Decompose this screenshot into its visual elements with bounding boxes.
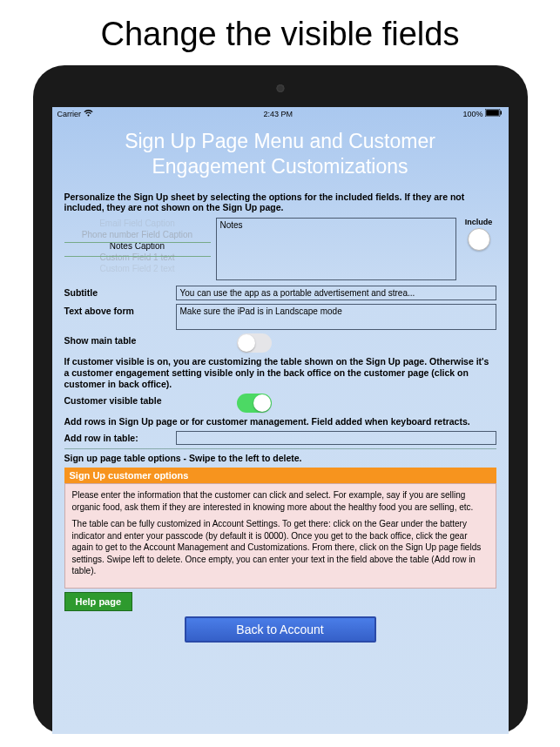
screen: Carrier 2:43 PM 100% Sign Up Page Menu a… — [52, 107, 509, 734]
svg-rect-2 — [501, 111, 503, 115]
help-page-button[interactable]: Help page — [64, 592, 133, 611]
notes-input[interactable]: Notes — [216, 218, 456, 280]
caption-picker[interactable]: Email Field Caption Phone number Field C… — [64, 218, 211, 280]
options-header: Sign Up customer options — [64, 468, 496, 483]
options-box: Please enter the information that the cu… — [64, 483, 496, 589]
options-p2: The table can be fully customized in Acc… — [72, 518, 489, 577]
customer-visible-desc: If customer visible is on, you are custo… — [64, 356, 496, 390]
carrier-label: Carrier — [57, 110, 82, 118]
add-row-label: Add row in table: — [64, 431, 169, 443]
battery-icon — [485, 109, 503, 118]
show-main-toggle[interactable] — [237, 333, 272, 353]
text-above-input[interactable]: Make sure the iPad is in Landscape mode — [176, 304, 496, 330]
intro-text: Personalize the Sign Up sheet by selecti… — [64, 192, 496, 212]
options-p1: Please enter the information that the cu… — [72, 489, 489, 513]
status-time: 2:43 PM — [263, 110, 293, 118]
customer-visible-toggle[interactable] — [237, 394, 272, 413]
picker-option[interactable]: Email Field Caption — [64, 218, 211, 229]
add-row-input[interactable] — [176, 431, 496, 445]
picker-option[interactable]: Phone number Field Caption — [64, 229, 211, 240]
ipad-frame: Carrier 2:43 PM 100% Sign Up Page Menu a… — [33, 65, 528, 734]
battery-label: 100% — [462, 110, 482, 118]
show-main-label: Show main table — [64, 333, 169, 346]
divider — [64, 448, 496, 449]
include-label: Include — [462, 218, 496, 226]
customer-visible-label: Customer visible table — [64, 394, 195, 406]
camera-icon — [276, 84, 284, 92]
picker-option[interactable]: Notes Caption — [64, 240, 211, 252]
back-to-account-button[interactable]: Back to Account — [185, 616, 376, 643]
svg-rect-1 — [487, 110, 500, 116]
wifi-icon — [84, 110, 93, 118]
add-rows-desc: Add rows in Sign Up page or for customer… — [64, 416, 496, 427]
picker-option[interactable]: Custom Field 1 text — [64, 252, 211, 263]
include-toggle[interactable] — [468, 228, 490, 251]
page-title: Sign Up Page Menu and Customer Engagemen… — [52, 120, 509, 192]
text-above-label: Text above form — [64, 304, 169, 316]
status-bar: Carrier 2:43 PM 100% — [52, 107, 509, 120]
subtitle-label: Subtitle — [64, 286, 169, 298]
swipe-hint: Sign up page table options - Swipe to th… — [64, 453, 496, 464]
picker-option[interactable]: Custom Field 2 text — [64, 263, 211, 274]
subtitle-input[interactable]: You can use the app as a portable advert… — [176, 286, 496, 300]
marketing-title: Change the visible fields — [0, 0, 560, 65]
